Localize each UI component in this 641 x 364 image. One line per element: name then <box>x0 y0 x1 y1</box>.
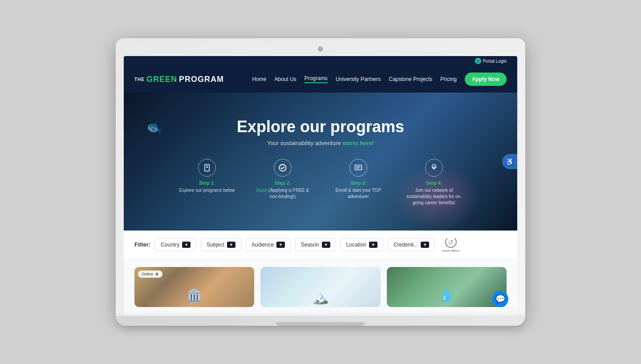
step-3: Step 3. Enroll & start your TGP adventur… <box>327 159 389 206</box>
nav-links: Home About Us Programs University Partne… <box>252 73 507 86</box>
step-2-desc: Apply (Applying is FREE & non-binding!) <box>252 187 314 200</box>
accessibility-button[interactable]: ♿ <box>502 154 517 169</box>
nav-link-capstone[interactable]: Capstone Projects <box>389 76 432 82</box>
step-1-icon <box>198 159 216 177</box>
logo: THE GREEN PROGRAM <box>134 75 224 84</box>
hero-subtitle: Your sustainability adventure starts her… <box>267 140 374 146</box>
laptop-wrapper: 👤 Portal Login THE GREEN PROGRAM Home Ab… <box>107 29 534 335</box>
chat-button[interactable]: 💬 <box>492 291 508 307</box>
filter-label: Filter: <box>134 241 150 248</box>
logo-program: PROGRAM <box>179 75 224 84</box>
nav-link-about[interactable]: About Us <box>275 76 296 82</box>
main-nav: THE GREEN PROGRAM Home About Us Programs… <box>124 66 517 93</box>
online-badge-label: Online <box>142 272 153 276</box>
subject-chevron-icon: ▼ <box>227 242 235 248</box>
laptop-base <box>116 316 525 326</box>
filter-bar: Filter: Country ▼ Subject ▼ Audience ▼ S… <box>124 231 517 258</box>
steps-container: Step 1. Explore our programs below Step … <box>176 159 465 206</box>
step-3-icon <box>349 159 367 177</box>
portal-icon: 👤 <box>475 58 481 64</box>
audience-dropdown[interactable]: Audience ▼ <box>246 238 291 251</box>
svg-rect-4 <box>355 165 362 170</box>
season-dropdown[interactable]: Season ▼ <box>295 238 336 251</box>
country-dropdown[interactable]: Country ▼ <box>155 238 196 251</box>
step-2-apply-link: Apply <box>256 188 268 193</box>
laptop-camera <box>318 46 323 52</box>
step-3-desc: Enroll & start your TGP adventure! <box>327 187 389 200</box>
step-2-desc-suffix: (Applying is FREE & non-binding!) <box>269 188 309 199</box>
logo-green: GREEN <box>146 75 177 84</box>
screen: 👤 Portal Login THE GREEN PROGRAM Home Ab… <box>124 56 517 316</box>
step-4-icon <box>425 159 443 177</box>
country-chevron-icon: ▼ <box>182 242 191 248</box>
hero-subtitle-before: Your sustainability adventure <box>267 140 342 146</box>
hero-title: Explore our programs <box>237 117 404 136</box>
step-3-number: Step 3. <box>350 180 366 186</box>
svg-point-7 <box>433 166 435 169</box>
credentials-dropdown[interactable]: Credenti... ▼ <box>388 238 435 251</box>
nav-link-programs[interactable]: Programs <box>304 75 328 83</box>
nav-link-university[interactable]: University Partners <box>336 76 381 82</box>
step-4: Step 4. Join our network of sustainabili… <box>403 159 465 206</box>
season-dropdown-label: Season <box>301 242 319 248</box>
apply-now-button[interactable]: Apply Now <box>465 73 507 86</box>
step-2: Step 2. Apply (Applying is FREE & non-bi… <box>252 159 314 206</box>
top-bar: 👤 Portal Login <box>124 56 517 66</box>
reset-icon: ↺ <box>445 236 457 248</box>
card-waterfall-image <box>387 267 507 307</box>
card-waterfall[interactable] <box>387 267 507 307</box>
card-nepal-badge: Online 🖥 <box>138 271 162 278</box>
audience-chevron-icon: ▼ <box>276 242 285 248</box>
nav-link-pricing[interactable]: Pricing <box>440 76 457 82</box>
step-1-desc: Explore our programs below <box>179 187 235 194</box>
subject-dropdown-label: Subject <box>207 242 224 248</box>
hero-fish-decoration: 🐟 <box>144 117 165 138</box>
portal-login-label: Portal Login <box>483 59 507 64</box>
card-nepal[interactable]: Online 🖥 <box>134 267 254 307</box>
online-badge-icon: 🖥 <box>155 272 159 276</box>
card-iceland-image <box>260 267 380 307</box>
step-1: Step 1. Explore our programs below <box>176 159 238 206</box>
step-4-number: Step 4. <box>426 180 442 186</box>
country-dropdown-label: Country <box>161 242 179 248</box>
nav-link-home[interactable]: Home <box>252 76 266 82</box>
laptop-body: 👤 Portal Login THE GREEN PROGRAM Home Ab… <box>116 38 525 316</box>
card-iceland[interactable] <box>260 267 380 307</box>
step-2-number: Step 2. <box>275 180 291 186</box>
reset-label: reset filters <box>442 249 459 253</box>
credentials-chevron-icon: ▼ <box>421 242 429 248</box>
subject-dropdown[interactable]: Subject ▼ <box>201 238 241 251</box>
hero-section: 🐟 ♿ Explore our programs Your sustainabi… <box>124 93 517 231</box>
location-dropdown[interactable]: Location ▼ <box>341 238 383 251</box>
reset-filters-button[interactable]: ↺ reset filters <box>442 236 459 253</box>
logo-the: THE <box>134 77 145 82</box>
location-dropdown-label: Location <box>346 242 366 248</box>
location-chevron-icon: ▼ <box>369 242 377 248</box>
audience-dropdown-label: Audience <box>252 242 274 248</box>
step-2-icon <box>274 159 292 177</box>
season-chevron-icon: ▼ <box>322 242 330 248</box>
portal-login-link[interactable]: 👤 Portal Login <box>475 58 507 64</box>
step-1-number: Step 1. <box>199 180 215 186</box>
credentials-dropdown-label: Credenti... <box>394 242 418 248</box>
step-4-desc: Join our network of sustainability leade… <box>403 187 465 206</box>
hero-subtitle-highlight: starts here! <box>342 140 374 146</box>
cards-section: Online 🖥 💬 <box>124 258 517 316</box>
